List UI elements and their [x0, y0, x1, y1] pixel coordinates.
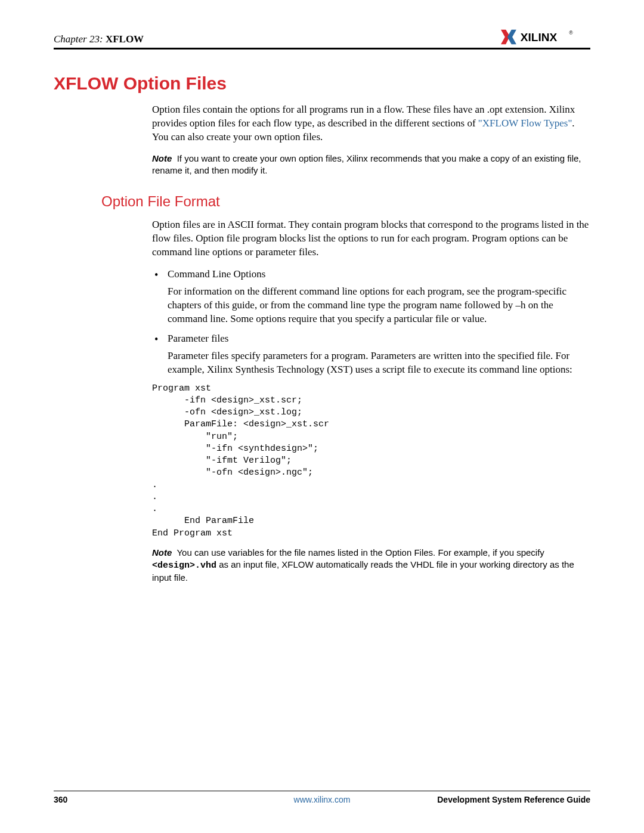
list-item: Parameter files Parameter files specify …: [152, 332, 590, 377]
svg-marker-1: [507, 30, 516, 45]
svg-text:XILINX: XILINX: [521, 31, 558, 44]
note-mono: <design>.vhd: [152, 561, 216, 571]
item-body: For information on the different command…: [168, 285, 590, 326]
chapter-title: XFLOW: [106, 33, 144, 45]
note-text-a: You can use variables for the file names…: [177, 547, 544, 558]
format-block: Option files are in ASCII format. They c…: [152, 218, 590, 584]
code-block: Program xst -ifn <design>_xst.scr; -ofn …: [152, 383, 590, 540]
brand-logo: XILINX ®: [501, 29, 590, 45]
xflow-flow-types-link[interactable]: "XFLOW Flow Types": [478, 117, 572, 129]
footer-url-wrap: www.xilinx.com: [54, 795, 590, 804]
note-create-own: Note If you want to create your own opti…: [152, 153, 590, 177]
item-title: Parameter files: [168, 332, 590, 346]
page-header: Chapter 23: XFLOW XILINX ®: [54, 29, 590, 49]
note-label: Note: [152, 547, 172, 558]
page-footer: 360 www.xilinx.com Development System Re…: [54, 791, 590, 804]
svg-text:®: ®: [569, 30, 573, 36]
note-text: If you want to create your own option fi…: [152, 153, 581, 175]
list-item: Command Line Options For information on …: [152, 268, 590, 326]
intro-block: Option files contain the options for all…: [152, 103, 590, 176]
options-list: Command Line Options For information on …: [152, 268, 590, 377]
footer-url-link[interactable]: www.xilinx.com: [294, 795, 351, 804]
item-body: Parameter files specify parameters for a…: [168, 349, 590, 377]
xilinx-logo-icon: XILINX ®: [501, 29, 590, 45]
chapter-label: Chapter 23: XFLOW: [54, 33, 144, 45]
heading-2: Option File Format: [101, 193, 590, 210]
intro-paragraph: Option files contain the options for all…: [152, 103, 590, 144]
item-title: Command Line Options: [168, 268, 590, 281]
page: Chapter 23: XFLOW XILINX ® XFLOW Option …: [0, 0, 644, 833]
chapter-prefix: Chapter 23:: [54, 33, 103, 45]
note-variables: Note You can use variables for the file …: [152, 547, 590, 584]
format-intro: Option files are in ASCII format. They c…: [152, 218, 590, 259]
note-label: Note: [152, 153, 172, 163]
heading-1: XFLOW Option Files: [54, 73, 590, 94]
